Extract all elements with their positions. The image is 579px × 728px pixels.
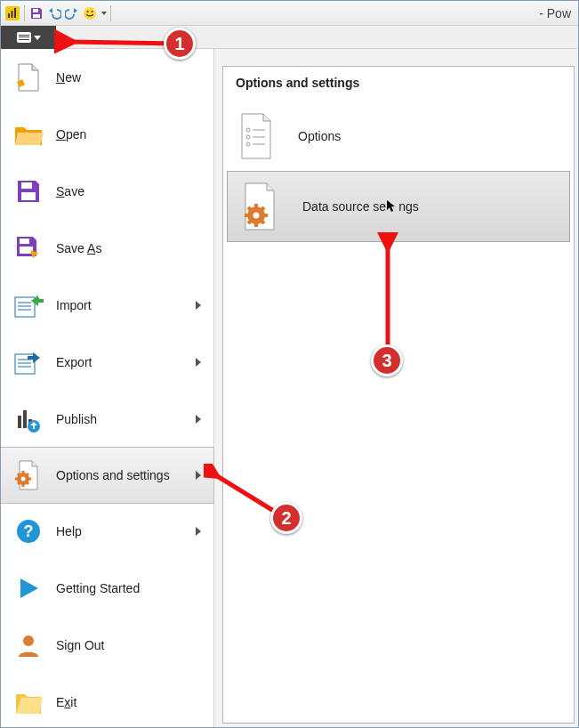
svg-rect-11 — [20, 239, 29, 244]
svg-rect-22 — [23, 410, 27, 428]
menu-exit[interactable]: Exit — [1, 674, 213, 728]
svg-line-53 — [248, 207, 251, 210]
menu-export[interactable]: Export — [1, 334, 213, 391]
title-bar: - Pow — [1, 1, 578, 26]
menu-publish-label: Publish — [56, 412, 183, 426]
submenu-arrow-icon — [196, 358, 201, 367]
new-file-icon — [13, 62, 44, 93]
sign-out-icon — [13, 630, 44, 660]
svg-rect-4 — [33, 9, 38, 12]
sub-options-label: Options — [298, 129, 341, 143]
ribbon-row — [1, 26, 578, 49]
qat-redo-icon[interactable] — [64, 5, 80, 21]
svg-point-8 — [92, 11, 93, 12]
svg-rect-9 — [21, 182, 32, 189]
svg-rect-5 — [33, 14, 40, 18]
menu-options-settings[interactable]: Options and settings — [0, 447, 214, 504]
getting-started-icon — [13, 573, 44, 603]
svg-text:?: ? — [24, 522, 34, 540]
menu-exit-label: Exit — [56, 695, 201, 709]
menu-help-label: Help — [56, 524, 183, 538]
qat-save-icon[interactable] — [28, 5, 44, 21]
menu-save[interactable]: Save — [1, 163, 213, 220]
import-icon — [13, 290, 44, 320]
annotation-badge-3: 3 — [371, 344, 403, 376]
svg-rect-10 — [21, 192, 36, 200]
file-tab-button[interactable] — [1, 26, 56, 49]
options-gear-file-icon — [13, 460, 44, 490]
submenu-header: Options and settings — [223, 67, 574, 101]
svg-point-45 — [253, 213, 260, 219]
publish-icon — [13, 404, 44, 434]
menu-sign-out-label: Sign Out — [56, 638, 201, 652]
sub-data-source-settings[interactable]: Data source sengs — [227, 171, 570, 242]
menu-open[interactable]: Open — [1, 106, 213, 163]
help-icon: ? — [13, 516, 44, 546]
menu-save-label: Save — [56, 184, 201, 198]
menu-open-label: Open — [56, 127, 201, 142]
svg-rect-2 — [12, 11, 13, 18]
submenu-arrow-icon — [196, 301, 201, 310]
save-as-icon — [13, 233, 44, 263]
menu-new-label: New — [56, 70, 201, 85]
qat-undo-icon[interactable] — [46, 5, 62, 21]
options-doc-icon — [234, 109, 278, 163]
sub-options[interactable]: Options — [223, 101, 574, 172]
annotation-badge-2: 2 — [270, 502, 302, 534]
app-logo-icon — [4, 5, 20, 21]
qat-smiley-icon[interactable] — [82, 5, 98, 21]
menu-import[interactable]: Import — [1, 277, 213, 334]
exit-folder-icon — [13, 687, 44, 717]
menu-save-as[interactable]: Save As — [1, 220, 213, 277]
svg-rect-21 — [18, 416, 21, 428]
svg-point-6 — [84, 7, 96, 20]
menu-export-label: Export — [56, 355, 183, 369]
svg-line-34 — [18, 473, 20, 475]
submenu-arrow-icon — [196, 471, 201, 480]
svg-point-26 — [21, 477, 26, 481]
submenu-arrow-icon — [196, 415, 201, 424]
svg-point-7 — [87, 11, 89, 12]
menu-help[interactable]: ? Help — [1, 503, 213, 560]
annotation-badge-1: 1 — [164, 28, 196, 60]
menu-sign-out[interactable]: Sign Out — [1, 617, 213, 674]
svg-rect-3 — [14, 8, 16, 18]
svg-point-37 — [23, 635, 34, 646]
svg-rect-1 — [8, 13, 10, 18]
file-menu: New Open Save Save As Import Export — [1, 49, 214, 727]
menu-options-label: Options and settings — [56, 468, 183, 482]
svg-line-32 — [18, 482, 20, 484]
svg-rect-13 — [15, 297, 35, 317]
menu-publish[interactable]: Publish — [1, 391, 213, 448]
export-icon — [13, 347, 44, 377]
data-source-gear-icon — [238, 180, 283, 233]
menu-import-label: Import — [56, 298, 183, 312]
sub-dss-label: Data source sengs — [302, 199, 419, 214]
qat-dropdown-icon[interactable] — [101, 12, 107, 15]
menu-save-as-label: Save As — [56, 241, 201, 255]
svg-line-52 — [261, 207, 264, 210]
open-folder-icon — [13, 119, 44, 150]
options-submenu: Options and settings Options Data source… — [222, 66, 575, 724]
menu-getting-started[interactable]: Getting Started — [1, 560, 213, 617]
menu-getting-started-label: Getting Started — [56, 581, 201, 595]
save-icon — [13, 176, 44, 206]
svg-line-51 — [248, 221, 251, 223]
window-title: - Pow — [115, 6, 575, 20]
svg-rect-12 — [20, 247, 33, 254]
submenu-arrow-icon — [196, 527, 201, 536]
svg-line-31 — [27, 482, 28, 484]
svg-line-33 — [27, 473, 28, 475]
svg-line-50 — [261, 221, 264, 223]
